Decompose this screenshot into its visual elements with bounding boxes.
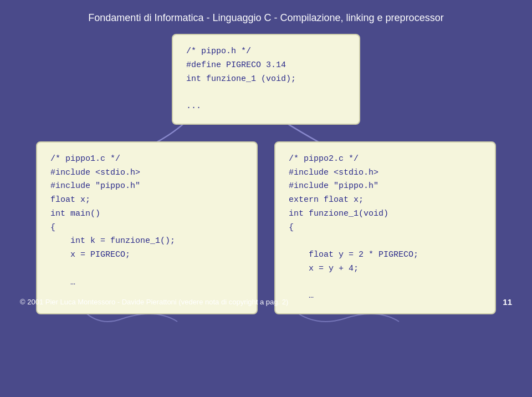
right-code-content: /* pippo2.c */ #include <stdio.h> #inclu… [289,152,482,303]
top-code-content: /* pippo.h */ #define PIGRECO 3.14 int f… [186,45,346,114]
left-code-content: /* pippo1.c */ #include <stdio.h> #inclu… [50,152,243,290]
footer: © 2001 Pier Luca Montessoro - Davide Pie… [0,297,532,307]
top-code-box: /* pippo.h */ #define PIGRECO 3.14 int f… [172,34,360,125]
right-code-box: /* pippo2.c */ #include <stdio.h> #inclu… [274,141,496,314]
footer-copyright: © 2001 Pier Luca Montessoro - Davide Pie… [20,298,288,306]
bottom-row: /* pippo1.c */ #include <stdio.h> #inclu… [0,141,532,314]
left-code-box: /* pippo1.c */ #include <stdio.h> #inclu… [36,141,258,314]
page-title: Fondamenti di Informatica - Linguaggio C… [0,0,532,34]
footer-page-number: 11 [503,297,512,307]
